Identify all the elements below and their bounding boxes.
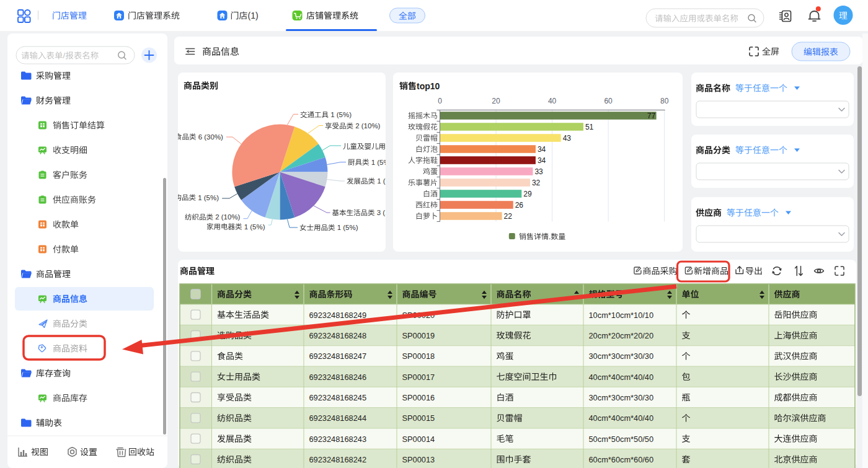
svg-text:1 (5%): 1 (5%) (198, 194, 219, 201)
svg-text:40: 40 (548, 97, 557, 105)
svg-text:32: 32 (532, 179, 541, 187)
svg-text:SP00014: SP00014 (402, 435, 435, 444)
svg-text:20cm*20cm*20/20: 20cm*20cm*20/20 (589, 331, 654, 340)
svg-text:(1): (1) (248, 11, 259, 20)
svg-text:6923248168249: 6923248168249 (309, 311, 367, 320)
svg-text:77: 77 (647, 112, 656, 120)
svg-text:top10: top10 (417, 81, 440, 91)
svg-text:51: 51 (585, 123, 594, 131)
svg-text:22: 22 (504, 212, 513, 221)
svg-text:SP00013: SP00013 (402, 455, 435, 464)
svg-text:40cm*40cm*40/40: 40cm*40cm*40/40 (589, 413, 654, 423)
svg-text:1 (5%): 1 (5%) (337, 224, 358, 231)
svg-text:30cm*30cm*30/30: 30cm*30cm*30/30 (589, 393, 654, 402)
svg-text:34: 34 (538, 145, 546, 154)
svg-text:80: 80 (660, 97, 669, 105)
svg-text:6923248168243: 6923248168243 (309, 435, 367, 444)
svg-text:SP00015: SP00015 (402, 413, 435, 423)
svg-text:SP00019: SP00019 (402, 331, 435, 340)
svg-text:6923248168248: 6923248168248 (309, 331, 367, 340)
svg-text:6923248168244: 6923248168244 (309, 413, 367, 423)
svg-text:6 (30%): 6 (30%) (198, 133, 223, 141)
svg-text:43: 43 (563, 134, 572, 143)
svg-text:26: 26 (515, 201, 524, 210)
svg-text:1 (5%): 1 (5%) (244, 223, 265, 231)
svg-text:SP00017: SP00017 (402, 373, 435, 382)
svg-text:2 (10%): 2 (10%) (355, 122, 380, 130)
svg-text:6923248168247: 6923248168247 (309, 351, 367, 361)
svg-text:60cm*60cm*60/60: 60cm*60cm*60/60 (589, 455, 654, 464)
svg-text:10cm*10cm*10/10: 10cm*10cm*10/10 (589, 311, 654, 320)
svg-text:.: . (549, 232, 551, 241)
svg-text:6923248168246: 6923248168246 (309, 373, 367, 382)
svg-text:50cm*50cm*50/50: 50cm*50cm*50/50 (589, 435, 654, 444)
svg-text:60: 60 (604, 97, 613, 105)
svg-text:0: 0 (438, 97, 442, 105)
svg-text:1 (5%): 1 (5%) (330, 111, 352, 118)
svg-text:29: 29 (523, 190, 532, 198)
svg-text:40cm*40cm*40/40: 40cm*40cm*40/40 (589, 373, 654, 382)
svg-text:/: / (63, 51, 66, 60)
svg-text:30cm*30cm*30/30: 30cm*30cm*30/30 (589, 351, 654, 361)
svg-text:34: 34 (538, 156, 546, 165)
svg-text:6923248168245: 6923248168245 (309, 393, 367, 402)
svg-text:20: 20 (492, 97, 500, 105)
svg-text:6923248168242: 6923248168242 (309, 455, 367, 464)
svg-text:SP00016: SP00016 (402, 393, 435, 402)
svg-text:SP00018: SP00018 (402, 351, 435, 361)
svg-text:2 (10%): 2 (10%) (215, 213, 240, 221)
svg-text:33: 33 (534, 167, 543, 176)
